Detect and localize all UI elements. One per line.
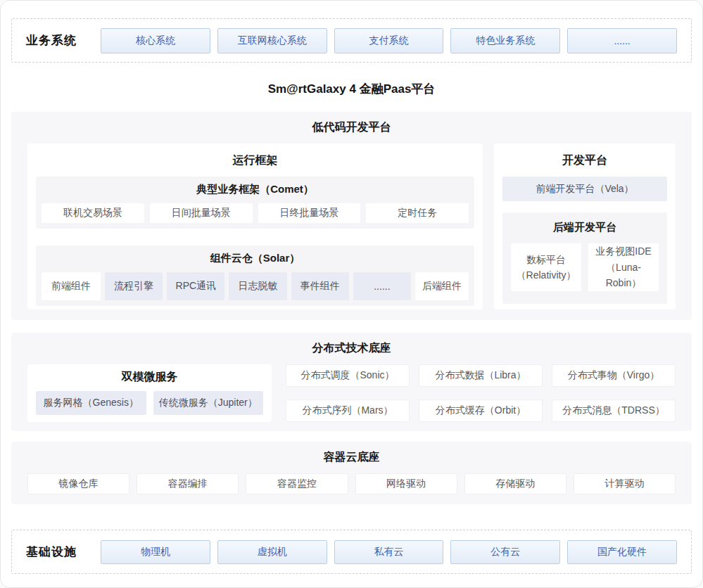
business-system-item: 特色业务系统 bbox=[450, 28, 560, 53]
item-line: （Luna-Robin） bbox=[588, 260, 659, 291]
backend-dev-platform-title: 后端开发平台 bbox=[511, 221, 659, 234]
business-view-ide-item: 业务视图IDE （Luna-Robin） bbox=[588, 243, 659, 291]
business-systems-label: 业务系统 bbox=[26, 32, 101, 49]
scenario-item: 定时任务 bbox=[366, 203, 469, 223]
scenario-item: 日间批量场景 bbox=[150, 203, 253, 223]
infrastructure-label: 基础设施 bbox=[26, 544, 101, 560]
dual-mode-microservice-title: 双模微服务 bbox=[36, 370, 263, 385]
container-item: 存储驱动 bbox=[464, 473, 566, 494]
runtime-framework-card: 运行框架 典型业务框架（Comet） 联机交易场景 日间批量场景 日终批量场景 … bbox=[27, 143, 483, 309]
dev-platform-card: 开发平台 前端开发平台（Vela） 后端开发平台 数标平台 （Relativit… bbox=[494, 143, 676, 309]
data-standard-platform-item: 数标平台 （Relativity） bbox=[511, 243, 581, 291]
distributed-base-section: 分布式技术底座 双模微服务 服务网格（Genesis） 传统微服务（Jupite… bbox=[11, 333, 692, 431]
container-item: 容器编排 bbox=[137, 473, 239, 494]
component-cloud-items: 前端组件 流程引擎 RPC通讯 日志脱敏 事件组件 ...... 后端组件 bbox=[42, 272, 469, 300]
component-cloud-title: 组件云仓（Solar） bbox=[42, 252, 469, 265]
runtime-framework-title: 运行框架 bbox=[36, 153, 474, 168]
container-item: 镜像仓库 bbox=[27, 473, 129, 494]
infrastructure-item: 虚拟机 bbox=[217, 540, 327, 564]
scenario-item: 日终批量场景 bbox=[258, 203, 361, 223]
low-code-platform-row: 运行框架 典型业务框架（Comet） 联机交易场景 日间批量场景 日终批量场景 … bbox=[27, 143, 676, 309]
dev-platform-title: 开发平台 bbox=[502, 153, 667, 168]
low-code-platform-section: 低代码开发平台 运行框架 典型业务框架（Comet） 联机交易场景 日间批量场景… bbox=[11, 112, 692, 320]
distributed-base-title: 分布式技术底座 bbox=[27, 341, 676, 356]
infrastructure-item: 国产化硬件 bbox=[567, 540, 677, 564]
backend-dev-platform-items: 数标平台 （Relativity） 业务视图IDE （Luna-Robin） bbox=[511, 243, 659, 291]
distributed-service-item: 分布式调度（Sonic） bbox=[286, 364, 410, 387]
item-line: 业务视图IDE bbox=[595, 243, 651, 259]
distributed-service-item: 分布式序列（Mars） bbox=[286, 400, 410, 422]
container-base-section: 容器云底座 镜像仓库 容器编排 容器监控 网络驱动 存储驱动 计算驱动 bbox=[11, 442, 692, 504]
business-system-item: 核心系统 bbox=[101, 28, 210, 53]
dual-mode-microservice-items: 服务网格（Genesis） 传统微服务（Jupiter） bbox=[36, 391, 263, 415]
scenario-item: 联机交易场景 bbox=[42, 203, 144, 223]
business-systems-band: 业务系统 核心系统 互联网核心系统 支付系统 特色业务系统 ...... bbox=[11, 18, 692, 63]
infrastructure-item: 物理机 bbox=[101, 540, 210, 564]
component-item: 流程引擎 bbox=[105, 272, 163, 300]
typical-business-framework-items: 联机交易场景 日间批量场景 日终批量场景 定时任务 bbox=[42, 203, 469, 223]
typical-business-framework-title: 典型业务框架（Comet） bbox=[42, 183, 469, 196]
distributed-service-item: 分布式数据（Libra） bbox=[419, 364, 543, 387]
distributed-service-item: 分布式事物（Virgo） bbox=[552, 364, 676, 387]
business-system-item-more: ...... bbox=[567, 28, 677, 53]
frontend-dev-platform-item: 前端开发平台（Vela） bbox=[502, 177, 667, 201]
page-title: Sm@rtGalaxy 4 金融Paas平台 bbox=[1, 81, 702, 97]
distributed-service-item: 分布式缓存（Orbit） bbox=[419, 400, 543, 422]
backend-dev-platform-card: 后端开发平台 数标平台 （Relativity） 业务视图IDE （Luna-R… bbox=[502, 212, 667, 304]
business-system-item: 支付系统 bbox=[334, 28, 444, 53]
container-item: 计算驱动 bbox=[574, 473, 676, 494]
component-item: RPC通讯 bbox=[167, 272, 224, 300]
business-system-item: 互联网核心系统 bbox=[217, 28, 327, 53]
infrastructure-boxes: 物理机 虚拟机 私有云 公有云 国产化硬件 bbox=[101, 540, 677, 564]
container-item: 网络驱动 bbox=[355, 473, 457, 494]
infrastructure-item: 私有云 bbox=[334, 540, 444, 564]
low-code-platform-title: 低代码开发平台 bbox=[27, 120, 676, 135]
backend-component-item: 后端组件 bbox=[415, 272, 469, 300]
infrastructure-item: 公有云 bbox=[450, 540, 560, 564]
service-mesh-item: 服务网格（Genesis） bbox=[36, 391, 146, 415]
infrastructure-band: 基础设施 物理机 虚拟机 私有云 公有云 国产化硬件 bbox=[11, 530, 692, 574]
component-item: 事件组件 bbox=[291, 272, 349, 300]
component-item: 日志脱敏 bbox=[229, 272, 286, 300]
item-line: （Relativity） bbox=[517, 267, 576, 283]
business-systems-boxes: 核心系统 互联网核心系统 支付系统 特色业务系统 ...... bbox=[101, 28, 677, 53]
traditional-microservice-item: 传统微服务（Jupiter） bbox=[153, 391, 264, 415]
container-item: 容器监控 bbox=[246, 473, 348, 494]
container-base-title: 容器云底座 bbox=[27, 450, 676, 465]
platform-architecture-diagram: 业务系统 核心系统 互联网核心系统 支付系统 特色业务系统 ...... Sm@… bbox=[0, 0, 703, 588]
item-line: 数标平台 bbox=[526, 252, 566, 267]
component-cloud-card: 组件云仓（Solar） 前端组件 流程引擎 RPC通讯 日志脱敏 事件组件 ..… bbox=[36, 245, 474, 306]
distributed-base-row: 双模微服务 服务网格（Genesis） 传统微服务（Jupiter） 分布式调度… bbox=[27, 364, 676, 422]
typical-business-framework-card: 典型业务框架（Comet） 联机交易场景 日间批量场景 日终批量场景 定时任务 bbox=[36, 177, 474, 229]
component-item-more: ...... bbox=[353, 272, 411, 300]
container-base-items: 镜像仓库 容器编排 容器监控 网络驱动 存储驱动 计算驱动 bbox=[27, 473, 676, 494]
distributed-services-grid: 分布式调度（Sonic） 分布式数据（Libra） 分布式事物（Virgo） 分… bbox=[286, 364, 676, 422]
distributed-service-item: 分布式消息（TDRSS） bbox=[552, 400, 676, 422]
dual-mode-microservice-card: 双模微服务 服务网格（Genesis） 传统微服务（Jupiter） bbox=[27, 364, 272, 422]
frontend-component-item: 前端组件 bbox=[42, 272, 101, 300]
